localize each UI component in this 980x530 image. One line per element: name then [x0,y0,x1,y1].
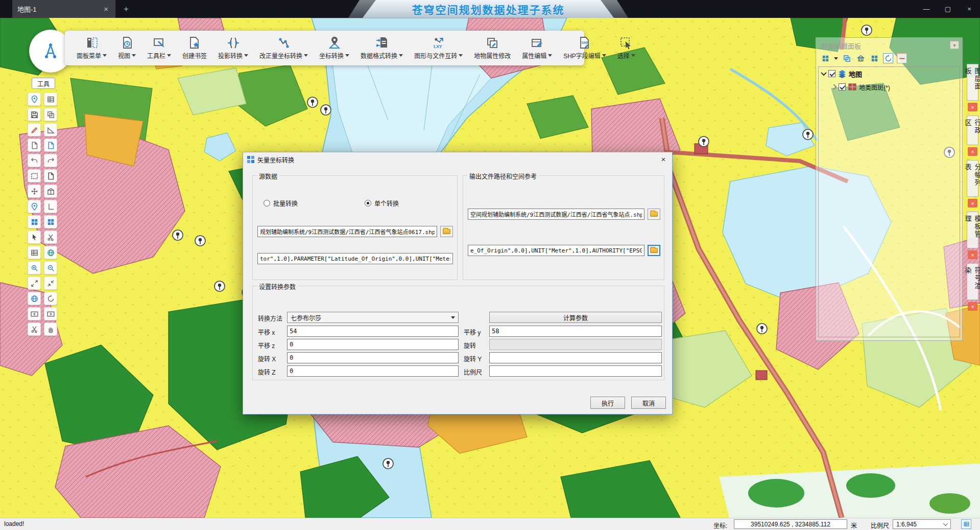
output-browse-button[interactable] [648,209,660,220]
l-shape-button[interactable] [44,200,57,213]
maximize-button[interactable]: ▢ [937,0,959,18]
output-path-input[interactable] [468,209,644,220]
source-browse-button[interactable] [440,226,453,237]
rz-input[interactable] [287,365,459,377]
side-tab-close-icon[interactable]: × [968,199,977,208]
toolbar-item-view[interactable]: 视图 [113,32,140,64]
grid-view-button[interactable] [869,53,879,63]
pan-button[interactable] [44,322,57,336]
select-rect-button[interactable] [28,169,41,182]
side-tab-close-icon[interactable]: × [968,302,977,311]
undo-button[interactable] [28,154,41,167]
dialog-titlebar[interactable]: 矢量坐标转换 × [243,152,672,167]
radio-icon[interactable] [264,200,270,206]
new-tab-button[interactable]: + [121,4,132,15]
move-button[interactable] [28,185,41,198]
source-wkt-input[interactable] [257,253,453,264]
layer-list-button[interactable] [44,93,57,106]
add-location-button[interactable] [28,93,41,106]
toolbar-item-feature-attr-modify[interactable]: 地物属性修改 [469,32,515,64]
tree-node-map[interactable]: 地图 [819,67,960,80]
map-tab[interactable]: 地图-1 × [12,0,115,18]
side-tab-close-icon[interactable]: × [968,250,977,259]
refresh-layers-button[interactable] [883,53,893,63]
attribute-table-button[interactable] [28,246,41,259]
method-combobox[interactable]: 七参布尔莎 [287,312,459,323]
toolbar-item-create-bookmark[interactable]: 创建书签 [178,32,211,64]
zoom-in-button[interactable] [28,261,41,274]
full-extent-button[interactable] [28,276,41,290]
refresh-button[interactable] [44,292,57,305]
grid-button[interactable] [28,215,41,228]
package-button[interactable] [44,185,57,198]
shrink-extent-button[interactable] [44,276,57,290]
toolbar-item-projection-transform[interactable]: 投影转换 [213,32,253,64]
output-srs-browse-button[interactable] [648,245,660,256]
next-view-button[interactable] [44,307,57,320]
tz-input[interactable] [287,339,459,350]
copy-stack-button[interactable] [44,108,57,121]
pointer-button[interactable] [28,231,41,244]
close-button[interactable]: × [959,0,980,18]
radio-selected-icon[interactable] [365,200,371,206]
ry-input[interactable] [489,352,662,363]
previous-view-button[interactable] [28,307,41,320]
chevron-down-icon[interactable] [821,70,826,76]
toolbar-item-correction-coord-transform[interactable]: 改正量坐标转换 [255,32,313,64]
toolbar-item-panel-menu[interactable]: 面板菜单 [72,32,111,64]
remove-layer-button[interactable] [897,53,907,63]
add-layer-button[interactable] [820,53,830,63]
catalog-button[interactable] [855,53,866,63]
measure-button[interactable] [44,123,57,136]
side-tab-layer-panel[interactable]: 图层面板 [967,64,978,101]
scale-input[interactable] [489,365,662,377]
dialog-close-icon[interactable]: × [655,152,672,166]
toolbar-item-attr-edit[interactable]: 属性编辑 [517,32,557,64]
chevron-right-icon[interactable] [831,84,836,89]
scale-list-button[interactable] [961,519,971,529]
panel-collapse-button[interactable]: ▾ [950,41,959,49]
cut-button[interactable] [28,322,41,336]
tree-node-landuse[interactable]: 地类图斑(*) [819,80,960,94]
export-doc-button[interactable] [44,139,57,152]
side-tab-template-manage[interactable]: 模板管理 [967,212,978,248]
ty-input[interactable] [489,326,662,337]
side-tab-close-icon[interactable]: × [968,103,977,111]
grid-add-button[interactable] [44,215,57,228]
side-tab-admin-region[interactable]: 行政区 [967,116,978,145]
toolbar-item-graphic-file-transform[interactable]: t.XY 图形与文件互转 [410,32,467,64]
paste-doc-button[interactable] [44,169,57,182]
side-tab-close-icon[interactable]: × [968,147,977,156]
side-tab-sheet-list[interactable]: 分幅列表 [967,160,978,197]
checkbox-checked-icon[interactable] [839,83,846,90]
rx-input[interactable] [287,352,459,363]
edit-feature-button[interactable] [28,123,41,136]
toolbar-item-select[interactable]: 选择 [613,32,640,64]
tab-close-icon[interactable]: × [102,5,110,13]
single-transform-radio[interactable]: 单个转换 [365,199,399,208]
scale-combobox[interactable]: 1:6,945 [893,519,951,529]
globe-view-button[interactable] [28,292,41,305]
layers-button[interactable] [842,53,852,63]
toolbar-item-data-format-transform[interactable]: 数据格式转换 [356,32,408,64]
side-tab-symbol-render[interactable]: 符号渲染 [967,263,978,300]
calc-params-button[interactable]: 计算参数 [489,312,662,323]
execute-button[interactable]: 执行 [590,397,625,409]
clip-button[interactable] [44,231,57,244]
batch-transform-radio[interactable]: 批量转换 [264,199,298,208]
toolbar-item-shp-field-edit[interactable]: SHP SHP字段编辑 [559,32,611,64]
minimize-button[interactable]: — [916,0,937,18]
output-wkt-input[interactable] [468,245,644,256]
zoom-out-button[interactable] [44,261,57,274]
sphere-button[interactable] [44,246,57,259]
save-button[interactable] [28,108,41,121]
chevron-down-icon[interactable] [834,57,838,60]
import-doc-button[interactable] [28,139,41,152]
redo-button[interactable] [44,154,57,167]
toolbar-item-toolbars[interactable]: 工具栏 [142,32,176,64]
toolbar-item-coord-transform[interactable]: 坐标转换 [315,32,354,64]
source-path-input[interactable] [257,226,437,237]
tx-input[interactable] [287,326,459,337]
checkbox-checked-icon[interactable] [828,70,835,77]
cancel-button[interactable]: 取消 [631,397,666,409]
